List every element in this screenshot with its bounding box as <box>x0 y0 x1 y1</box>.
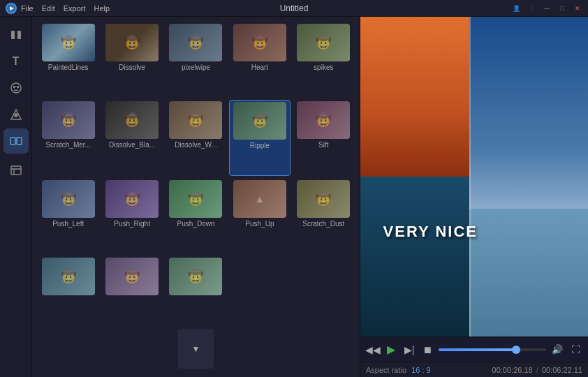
user-icon[interactable]: 👤 <box>511 3 521 13</box>
transition-scratch-mer[interactable]: 🤠 Scratch_Mer... <box>38 100 98 176</box>
preview-text: VERY NICE <box>383 223 478 241</box>
progress-fill <box>439 348 516 351</box>
tool-effects[interactable] <box>3 102 29 127</box>
volume-icon[interactable]: 🔊 <box>550 343 564 357</box>
transition-push-left[interactable]: 🤠 Push_Left <box>38 179 98 253</box>
transition-dissolve[interactable]: 🤠 Dissolve <box>101 22 162 97</box>
tool-play[interactable] <box>3 22 29 47</box>
close-button[interactable]: ✕ <box>573 3 582 13</box>
expand-button[interactable]: ▼ <box>178 329 214 369</box>
transition-scratch-dust[interactable]: 🤠 Scratch_Dust <box>293 179 354 253</box>
svg-point-8 <box>15 114 17 117</box>
svg-rect-11 <box>11 166 21 175</box>
tool-transition[interactable] <box>3 128 29 154</box>
left-toolbar: T <box>0 17 32 377</box>
svg-point-6 <box>17 87 18 88</box>
preview-canvas: VERY NICE <box>360 17 588 337</box>
menu-file[interactable]: File <box>21 4 34 13</box>
aspect-ratio-label: Aspect ratio 16 : 9 <box>366 366 431 374</box>
player-controls: ◀◀ ▶ ▶| ⏹ 🔊 ⛶ <box>360 337 588 362</box>
transitions-grid: 🤠 PaintedLines 🤠 Dissolve 🤠 pixelwipe 🤠 … <box>32 17 360 377</box>
window-title: Untitled <box>280 3 309 13</box>
aspect-ratio-value: 16 : 9 <box>411 366 431 374</box>
aspect-ratio-bar: Aspect ratio 16 : 9 00:00:26.18 / 00:06:… <box>360 362 588 377</box>
more-icon[interactable]: ⋮ <box>527 3 536 13</box>
progress-thumb <box>512 346 520 354</box>
svg-rect-3 <box>17 31 21 39</box>
svg-rect-9 <box>10 138 15 145</box>
transition-row4-2[interactable]: 🤠 <box>101 256 162 323</box>
minimize-button[interactable]: — <box>542 3 552 13</box>
transition-dissolve-w[interactable]: 🤠 Dissolve_W... <box>166 100 226 176</box>
preview-right-image <box>469 17 588 337</box>
menu-export[interactable]: Export <box>64 4 86 13</box>
transition-spikes[interactable]: 🤠 spikes <box>293 22 354 97</box>
svg-rect-2 <box>11 31 15 39</box>
main-area: T 🤠 PaintedLines 🤠 D <box>0 17 588 377</box>
next-button[interactable]: ▶| <box>402 343 416 357</box>
transition-row4-3[interactable]: 🤠 <box>166 256 226 323</box>
time-display: 00:00:26.18 / 00:06:22.11 <box>492 366 582 374</box>
transition-heart[interactable]: 🤠 Heart <box>229 22 290 97</box>
svg-point-5 <box>13 87 15 88</box>
maximize-button[interactable]: □ <box>557 3 567 13</box>
preview-panel: VERY NICE ◀◀ ▶ ▶| ⏹ 🔊 ⛶ Aspect <box>360 17 588 377</box>
tool-text[interactable]: T <box>3 49 29 74</box>
play-button[interactable]: ▶ <box>384 343 398 357</box>
titlebar: File Edit Export Help Untitled 👤 ⋮ — □ ✕ <box>0 0 588 17</box>
menu-edit[interactable]: Edit <box>42 4 55 13</box>
preview-left-image <box>360 17 469 337</box>
svg-rect-10 <box>17 138 22 145</box>
app-logo <box>6 3 17 14</box>
transition-push-down[interactable]: 🤠 Push_Down <box>166 179 226 253</box>
transition-paintedlines[interactable]: 🤠 PaintedLines <box>38 22 98 97</box>
transition-ripple[interactable]: 🤠 Ripple <box>229 100 290 176</box>
menu-bar: File Edit Export Help <box>21 4 110 13</box>
transition-dissolve-bla[interactable]: 🤠 Dissolve_Bla... <box>101 100 162 176</box>
titlebar-left: File Edit Export Help <box>6 3 110 14</box>
window-controls: 👤 ⋮ — □ ✕ <box>511 3 582 13</box>
rewind-button[interactable]: ◀◀ <box>366 343 380 357</box>
svg-point-4 <box>11 83 21 93</box>
transition-push-up[interactable]: ▲ Push_Up <box>229 179 290 253</box>
expand-row: ▼ <box>38 326 354 371</box>
stop-button[interactable]: ⏹ <box>420 343 434 357</box>
transition-sift[interactable]: 🤠 Sift <box>293 100 354 176</box>
preview-divider <box>469 17 471 337</box>
progress-bar[interactable] <box>439 348 546 351</box>
content-area: 🤠 PaintedLines 🤠 Dissolve 🤠 pixelwipe 🤠 … <box>32 17 588 377</box>
menu-help[interactable]: Help <box>94 4 110 13</box>
tool-face[interactable] <box>3 75 29 101</box>
fullscreen-button[interactable]: ⛶ <box>568 343 582 357</box>
transition-push-right[interactable]: 🤠 Push_Right <box>101 179 162 253</box>
transition-pixelwipe[interactable]: 🤠 pixelwipe <box>166 22 226 97</box>
transition-row4-1[interactable]: 🤠 <box>38 256 98 323</box>
tool-clip[interactable] <box>3 158 29 183</box>
transitions-panel: 🤠 PaintedLines 🤠 Dissolve 🤠 pixelwipe 🤠 … <box>32 17 360 377</box>
